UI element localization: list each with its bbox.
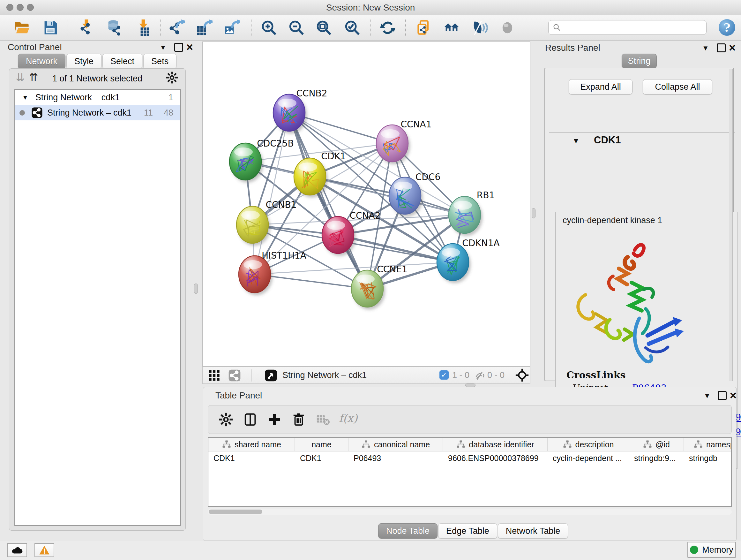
cdk1-expander-icon[interactable]: ▼ [572, 136, 580, 145]
create-column-plus-icon[interactable] [264, 409, 285, 430]
save-session-icon[interactable] [40, 17, 61, 38]
network-node-cdkn1a[interactable] [437, 244, 469, 281]
node-label-cdc25b: CDC25B [257, 138, 294, 149]
selected-nodes-checkbox-icon[interactable]: ✓ [440, 370, 449, 380]
string-badge-icon[interactable] [228, 369, 241, 383]
export-network-icon[interactable] [166, 17, 187, 38]
tab-style[interactable]: Style [66, 54, 102, 69]
network-node-cdc25b[interactable] [229, 143, 261, 180]
network-column-icon [693, 440, 703, 449]
refresh-network-icon[interactable] [378, 17, 398, 38]
network-node-ccnb1[interactable] [237, 206, 268, 243]
scrollbar-thumb[interactable] [209, 509, 262, 514]
column-header-shared-name[interactable]: shared name [208, 438, 295, 451]
column-header-name[interactable]: name [295, 438, 348, 451]
zoom-fit-icon[interactable] [314, 17, 334, 38]
network-node-cdk1[interactable] [294, 158, 326, 195]
help-button[interactable]: ? [719, 19, 735, 36]
memory-button[interactable]: Memory [687, 542, 736, 558]
network-node-ccne1[interactable] [351, 270, 383, 307]
network-node-cdc6[interactable] [389, 177, 421, 214]
node-table[interactable]: shared namenamecanonical namedatabase id… [208, 437, 732, 507]
expand-all-button[interactable]: Expand All [569, 79, 632, 95]
fit-selected-crosshair-icon[interactable] [515, 368, 529, 383]
table-panel-float-icon[interactable] [718, 391, 727, 400]
bottom-splitter-handle[interactable] [465, 383, 475, 387]
duplicate-network-icon[interactable] [414, 17, 434, 38]
table-panel-close-icon[interactable]: × [730, 390, 737, 401]
network-edge-count: 48 [164, 108, 173, 118]
zoom-out-icon[interactable] [286, 17, 307, 38]
table-cell: stringdb:9... [629, 451, 684, 465]
zoom-selected-icon[interactable] [342, 17, 362, 38]
control-panel-float-icon[interactable] [174, 43, 183, 52]
export-table-icon[interactable] [194, 17, 214, 38]
table-options-gear-icon[interactable] [216, 409, 236, 430]
tab-string[interactable]: String [622, 54, 657, 68]
cdk1-description: cyclin-dependent kinase 1 [562, 215, 662, 226]
network-node-ccnb2[interactable] [273, 94, 305, 131]
collapse-all-button[interactable]: Collapse All [643, 79, 712, 95]
column-label: @id [656, 440, 670, 449]
network-collection-row[interactable]: ▼ String Network – cdk1 1 [15, 90, 180, 105]
network-row[interactable]: String Network – cdk1 11 48 [15, 105, 180, 120]
search-icon [552, 23, 561, 32]
table-row[interactable]: CDK1CDK1P064939606.ENSP00000378699cyclin… [208, 451, 731, 465]
tab-network[interactable]: Network [18, 54, 65, 69]
network-node-rb1[interactable] [449, 196, 481, 233]
import-database-icon[interactable] [104, 17, 124, 38]
column-header-namespace[interactable]: namespace [684, 438, 732, 451]
column-label: canonical name [374, 440, 430, 449]
delete-column-trash-icon[interactable] [288, 409, 309, 430]
show-homes-icon[interactable] [441, 17, 462, 38]
tab-network-table[interactable]: Network Table [498, 523, 568, 539]
export-image-icon[interactable] [222, 17, 242, 38]
column-header-description[interactable]: description [548, 438, 629, 451]
network-canvas[interactable]: CCNB2CCNA1CDC25BCDK1CDC6RB1CCNB1CCNA2CDK… [202, 42, 530, 367]
import-network-icon[interactable] [77, 17, 97, 38]
cloud-status-button[interactable] [7, 543, 27, 557]
show-graphics-details-icon[interactable] [497, 17, 518, 38]
tab-sets[interactable]: Sets [143, 54, 177, 69]
grid-view-icon[interactable] [208, 369, 220, 383]
network-node-ccna1[interactable] [376, 125, 408, 162]
results-panel-close-icon[interactable]: × [729, 42, 736, 54]
network-view-toolbar: String Network – cdk1 ✓ 1 - 0 0 - 0 [202, 367, 530, 384]
control-panel-menu-icon[interactable]: ▼ [159, 44, 166, 52]
search-field[interactable] [548, 20, 706, 35]
main-toolbar: ? [0, 15, 741, 41]
right-splitter-handle[interactable] [532, 208, 536, 219]
show-columns-icon[interactable] [240, 409, 260, 430]
birds-eye-view-icon[interactable] [265, 369, 277, 383]
left-splitter-handle[interactable] [194, 284, 198, 294]
network-node-hist1h1a[interactable] [239, 256, 271, 293]
tab-edge-table[interactable]: Edge Table [438, 523, 497, 539]
warning-status-button[interactable] [35, 543, 54, 557]
title-bar: Session: New Session [0, 0, 741, 15]
results-panel-menu-icon[interactable]: ▼ [702, 44, 709, 52]
import-table-icon[interactable] [133, 17, 153, 38]
results-panel-float-icon[interactable] [717, 44, 726, 52]
table-horizontal-scrollbar[interactable] [208, 509, 732, 515]
table-toolbar: f(x) [208, 405, 732, 434]
window-title: Session: New Session [0, 3, 741, 13]
results-scrollbar[interactable] [729, 69, 733, 381]
column-header--id[interactable]: @id [629, 438, 684, 451]
open-session-icon[interactable] [11, 17, 32, 38]
node-label-ccna2: CCNA2 [349, 210, 381, 221]
hide-graphics-details-icon[interactable] [469, 17, 489, 38]
search-input[interactable] [564, 22, 706, 33]
collection-expander-icon[interactable]: ▼ [22, 94, 28, 101]
zoom-in-icon[interactable] [259, 17, 279, 38]
tab-select[interactable]: Select [103, 54, 142, 69]
network-column-icon [456, 440, 466, 449]
tab-node-table[interactable]: Node Table [378, 523, 437, 539]
network-options-gear-icon[interactable] [165, 71, 179, 85]
node-label-cdc6: CDC6 [415, 172, 441, 182]
column-label: name [312, 440, 332, 449]
network-node-ccna2[interactable] [322, 216, 354, 253]
column-header-canonical-name[interactable]: canonical name [348, 438, 443, 451]
column-header-database-identifier[interactable]: database identifier [443, 438, 548, 451]
table-panel-menu-icon[interactable]: ▼ [704, 392, 711, 400]
control-panel-close-icon[interactable]: × [186, 42, 193, 53]
